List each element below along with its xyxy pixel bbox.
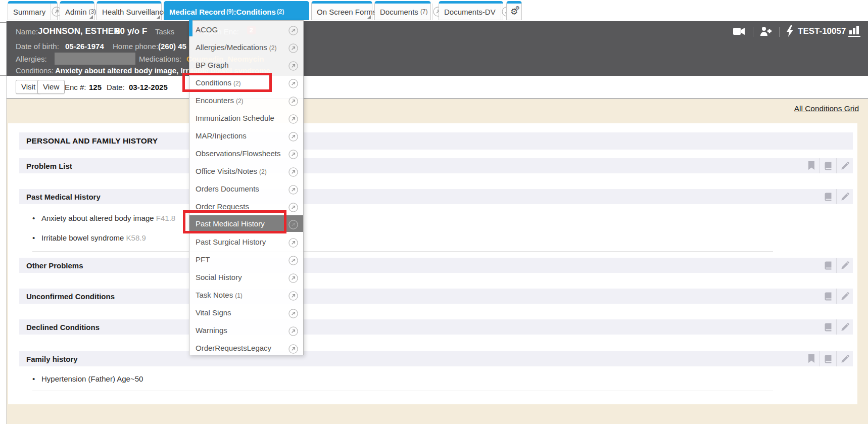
menu-item-observations-flowsheets[interactable]: Observations/Flowsheets	[189, 145, 303, 162]
menu-item-past-surgical-history[interactable]: Past Surgical History	[189, 233, 303, 251]
section-title: Unconfirmed Conditions	[19, 292, 115, 301]
book-icon[interactable]	[819, 351, 836, 366]
menu-item-pft[interactable]: PFT	[189, 251, 303, 268]
pencil-icon[interactable]	[836, 319, 853, 335]
section-title: Problem List	[19, 162, 72, 170]
allergies-label: Allergies:	[16, 55, 47, 63]
menu-item-immunization-schedule[interactable]: Immunization Schedule	[189, 109, 303, 127]
pencil-icon[interactable]	[836, 351, 853, 366]
bookmark-icon[interactable]	[803, 158, 819, 173]
tab-medical-record-label: Medical Record	[164, 8, 226, 16]
tab-on-screen-forms-label: On Screen Forms	[312, 8, 381, 16]
section-declined-conditions: Declined Conditions	[19, 319, 853, 335]
menu-item-orderrequestslegacy[interactable]: OrderRequestsLegacy	[189, 339, 303, 357]
gear-small-icon: ⚙	[515, 6, 520, 11]
condition-code: K58.9	[126, 233, 146, 242]
annotation-box-past-medical-history	[183, 210, 286, 233]
tab-bar: Summary Admin (3) Health Surveillance Me…	[0, 0, 868, 21]
medical-record-dropdown-menu: ACOG Allergies/Medications(2) BP Graph C…	[189, 20, 304, 355]
menu-item-mar-injections[interactable]: MAR/Injections	[189, 127, 303, 145]
all-conditions-grid-link[interactable]: All Conditions Grid	[794, 104, 859, 113]
section-unconfirmed-conditions: Unconfirmed Conditions	[19, 289, 853, 304]
lightning-bolt-icon[interactable]	[786, 25, 794, 39]
tab-medical-record[interactable]: Medical Record (9) :Conditions (2)	[164, 1, 309, 20]
bar-chart-icon[interactable]	[848, 25, 861, 39]
book-icon[interactable]	[819, 189, 836, 204]
menu-item-warnings[interactable]: Warnings	[189, 321, 303, 339]
pmh-list-item: •Anxiety about altered body image F41.8	[32, 214, 175, 222]
tab-medical-record-count: (9)	[226, 8, 234, 15]
section-family-history: Family history	[19, 351, 853, 366]
dropdown-fold-icon	[157, 15, 160, 19]
redacted-allergies-value	[55, 53, 135, 65]
patient-header: Name: JOHNSON, ESTHER 50 y/o F Tasks 4 O…	[7, 21, 868, 76]
settings-gear-button[interactable]: ⚙ ⚙	[506, 1, 522, 20]
condition-text: Hypertension (Father) Age~50	[41, 374, 143, 383]
tab-medical-record-label2: :Conditions	[234, 8, 277, 16]
rail-tick	[0, 22, 7, 23]
tab-health-surveillance[interactable]: Health Surveillance	[97, 1, 162, 20]
home-phone-value: (260) 45	[158, 42, 186, 51]
video-camera-icon[interactable]	[733, 27, 745, 37]
conditions-part1: Anxiety about altered body image, Irr	[55, 66, 188, 75]
pmh-list-item: •Irritable bowel syndrome K58.9	[32, 233, 146, 242]
family-history-list-item: •Hypertension (Father) Age~50	[32, 374, 143, 383]
annotation-box-conditions	[182, 73, 272, 92]
section-title: Family history	[19, 355, 78, 363]
patient-age-sex: 50 y/o F	[115, 26, 147, 36]
tab-documents-dv[interactable]: Documents-DV	[439, 1, 503, 20]
section-other-problems: Other Problems	[19, 258, 853, 273]
menu-item-office-visits-notes[interactable]: Office Visits/Notes(2)	[189, 162, 303, 180]
menu-item-task-notes[interactable]: Task Notes(1)	[189, 286, 303, 304]
pencil-icon[interactable]	[836, 289, 853, 304]
tab-documents[interactable]: Documents (7)	[374, 1, 431, 20]
tab-documents-label: Documents	[375, 8, 420, 16]
tab-summary-label: Summary	[8, 8, 51, 16]
book-icon[interactable]	[819, 289, 836, 304]
dropdown-fold-icon	[367, 15, 371, 19]
book-icon[interactable]	[819, 258, 836, 273]
menu-item-bp-graph[interactable]: BP Graph	[189, 56, 303, 74]
list-divider	[32, 391, 773, 391]
condition-text: Irritable bowel syndrome	[41, 233, 124, 242]
view-button[interactable]: View	[37, 80, 65, 94]
section-header-personal-and-family-history: PERSONAL AND FAMILY HISTORY	[19, 132, 853, 150]
dropdown-fold-icon	[89, 15, 93, 19]
tab-medical-record-count2: (2)	[277, 8, 284, 15]
pencil-icon[interactable]	[836, 258, 853, 273]
encounter-toolbar: Visit View Enc #: 125 Date: 03-12-2025	[7, 76, 868, 99]
pencil-icon[interactable]	[836, 189, 853, 204]
tab-documents-count: (7)	[420, 8, 432, 15]
pencil-icon[interactable]	[836, 158, 853, 173]
condition-text: Anxiety about altered body image	[41, 214, 154, 222]
add-person-icon[interactable]	[760, 26, 772, 38]
enc-number-value: 125	[89, 83, 102, 91]
date-label: Date:	[107, 83, 125, 91]
left-rail	[0, 0, 7, 424]
rail-tick	[0, 75, 7, 76]
menu-item-encounters[interactable]: Encounters(2)	[189, 91, 303, 109]
bullet-dot: •	[32, 214, 41, 222]
tab-on-screen-forms[interactable]: On Screen Forms	[311, 1, 372, 20]
tab-summary[interactable]: Summary	[8, 1, 58, 20]
external-link-icon[interactable]	[288, 343, 299, 360]
tab-health-surveillance-label: Health Surveillance	[97, 8, 172, 16]
patient-name: JOHNSON, ESTHER	[38, 26, 120, 36]
section-problem-list: Problem List	[19, 158, 853, 173]
menu-item-acog[interactable]: ACOG	[189, 21, 303, 38]
bookmark-icon[interactable]	[803, 351, 819, 366]
medications-label: Medications:	[139, 55, 181, 63]
tab-admin[interactable]: Admin (3)	[60, 1, 94, 20]
section-title: Past Medical History	[19, 193, 101, 201]
tab-admin-label: Admin	[60, 8, 92, 16]
tasks-label[interactable]: Tasks	[155, 27, 174, 36]
book-icon[interactable]	[819, 158, 836, 173]
menu-item-vital-signs[interactable]: Vital Signs	[189, 304, 303, 321]
enc-number-label: Enc #:	[65, 83, 86, 91]
menu-item-allergies-medications[interactable]: Allergies/Medications(2)	[189, 38, 303, 56]
date-value: 03-12-2025	[129, 83, 168, 91]
menu-item-orders-documents[interactable]: Orders Documents	[189, 180, 303, 198]
book-icon[interactable]	[819, 319, 836, 335]
menu-item-social-history[interactable]: Social History	[189, 268, 303, 286]
conditions-label: Conditions:	[16, 66, 54, 75]
